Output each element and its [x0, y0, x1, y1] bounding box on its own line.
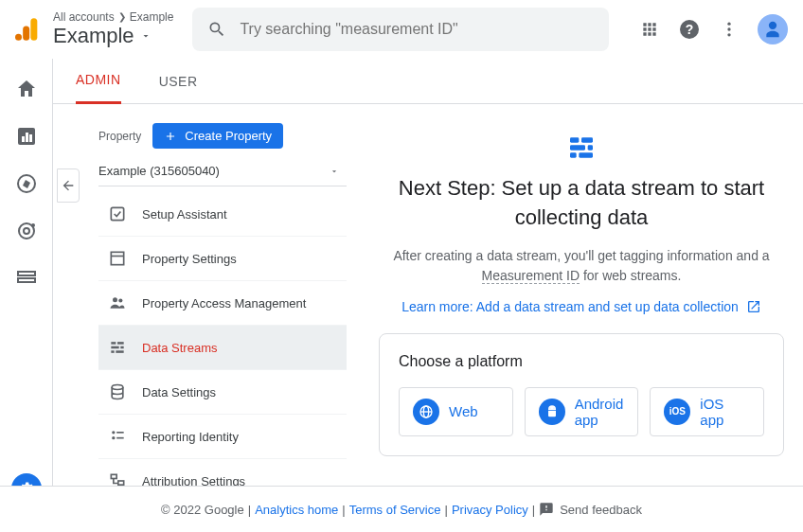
svg-rect-24: [117, 342, 124, 345]
open-in-new-icon: [746, 299, 761, 314]
svg-rect-33: [116, 437, 124, 439]
tab-user[interactable]: USER: [159, 59, 198, 104]
learn-more-link[interactable]: Learn more: Add a data stream and set up…: [379, 299, 784, 314]
svg-point-15: [31, 223, 35, 227]
analytics-logo: [15, 16, 42, 43]
ios-icon: iOS: [664, 399, 690, 425]
menu-data-streams[interactable]: Data Streams: [98, 326, 347, 370]
data-stream-hero-icon: [379, 133, 784, 163]
svg-point-22: [118, 298, 122, 302]
menu-property-settings[interactable]: Property Settings: [98, 237, 347, 281]
svg-rect-41: [579, 152, 593, 157]
svg-point-2: [15, 34, 22, 41]
svg-point-6: [727, 27, 730, 30]
svg-rect-27: [111, 350, 114, 353]
svg-rect-26: [120, 346, 123, 349]
tab-admin[interactable]: ADMIN: [76, 59, 121, 104]
menu-property-access[interactable]: Property Access Management: [98, 281, 347, 326]
caret-down-icon: [140, 30, 152, 42]
caret-down-icon: [330, 167, 339, 176]
svg-point-30: [112, 431, 115, 434]
footer: © 2022 Google | Analytics home | Terms o…: [0, 486, 803, 532]
property-label: Property: [98, 130, 141, 143]
breadcrumb[interactable]: All accounts ❯ Example: [53, 10, 173, 24]
menu-reporting-identity[interactable]: Reporting Identity: [98, 415, 347, 459]
platform-card: Choose a platform Web Android app iOSiOS…: [379, 333, 784, 456]
menu-attribution-settings[interactable]: Attribution Settings: [98, 459, 347, 486]
svg-rect-23: [111, 342, 116, 345]
menu-data-settings[interactable]: Data Settings: [98, 370, 347, 415]
svg-rect-18: [111, 207, 123, 220]
choose-platform-label: Choose a platform: [399, 353, 764, 370]
svg-rect-9: [22, 136, 25, 142]
svg-rect-36: [570, 137, 579, 142]
platform-ios-button[interactable]: iOSiOS app: [650, 387, 764, 436]
property-picker[interactable]: Example: [53, 24, 173, 48]
svg-rect-11: [29, 134, 32, 142]
search-bar[interactable]: [192, 8, 609, 51]
svg-point-32: [112, 436, 115, 439]
panel-body: After creating a data stream, you'll get…: [379, 246, 784, 286]
search-input[interactable]: [240, 21, 594, 38]
svg-rect-0: [30, 18, 37, 40]
svg-rect-35: [118, 481, 124, 485]
platform-android-button[interactable]: Android app: [525, 387, 639, 436]
nav-configure-icon[interactable]: [15, 267, 38, 290]
footer-privacy[interactable]: Privacy Policy: [452, 503, 528, 517]
more-vert-icon[interactable]: [718, 18, 741, 41]
svg-rect-34: [111, 474, 116, 478]
feedback-icon: [539, 502, 554, 517]
svg-point-21: [113, 297, 117, 302]
send-feedback-button[interactable]: Send feedback: [539, 502, 642, 517]
back-button[interactable]: [57, 168, 80, 203]
menu-setup-assistant[interactable]: Setup Assistant: [98, 192, 347, 237]
svg-point-7: [727, 33, 730, 36]
svg-rect-16: [18, 272, 35, 275]
nav-advertising-icon[interactable]: [15, 220, 38, 242]
chevron-right-icon: ❯: [118, 11, 126, 23]
nav-explore-icon[interactable]: [15, 172, 38, 195]
help-icon[interactable]: ?: [678, 18, 701, 41]
search-icon: [207, 20, 226, 39]
plus-icon: [164, 130, 177, 143]
panel-heading: Next Step: Set up a data stream to start…: [379, 174, 784, 233]
create-property-button[interactable]: Create Property: [152, 123, 283, 149]
svg-point-13: [24, 228, 29, 234]
svg-rect-25: [111, 346, 118, 349]
svg-rect-37: [581, 137, 593, 142]
svg-rect-28: [116, 350, 123, 353]
footer-analytics-home[interactable]: Analytics home: [255, 503, 338, 517]
property-selector[interactable]: Example (315605040): [98, 156, 347, 186]
svg-rect-10: [26, 133, 28, 142]
account-avatar[interactable]: [758, 14, 788, 44]
svg-rect-31: [116, 432, 124, 434]
android-icon: [539, 399, 565, 425]
nav-reports-icon[interactable]: [15, 125, 38, 148]
nav-home-icon[interactable]: [15, 78, 38, 100]
apps-icon[interactable]: [638, 18, 661, 41]
svg-text:?: ?: [686, 22, 694, 37]
svg-point-5: [727, 23, 730, 26]
globe-icon: [413, 399, 439, 425]
svg-rect-38: [570, 145, 585, 150]
svg-rect-17: [18, 278, 35, 282]
svg-point-29: [112, 385, 123, 390]
platform-web-button[interactable]: Web: [399, 387, 513, 436]
svg-rect-40: [570, 152, 577, 157]
footer-tos[interactable]: Terms of Service: [349, 503, 441, 517]
svg-rect-1: [23, 27, 29, 41]
svg-rect-39: [588, 145, 593, 150]
svg-rect-19: [111, 252, 123, 264]
